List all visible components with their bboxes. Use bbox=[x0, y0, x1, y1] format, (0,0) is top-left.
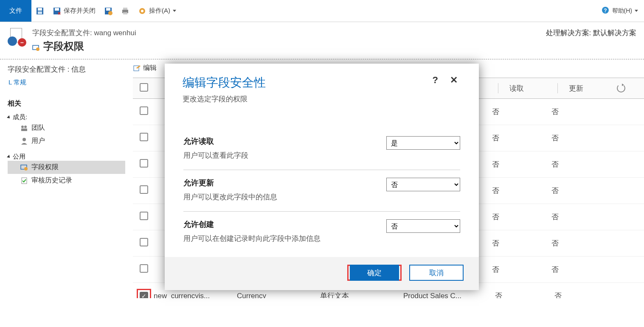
permission-row: 允许读取用户可以查看此字段是否 bbox=[183, 129, 460, 170]
perm-select[interactable]: 是否 bbox=[386, 219, 460, 233]
checkbox-icon[interactable] bbox=[140, 185, 148, 194]
print-button[interactable] bbox=[117, 0, 134, 22]
help-label: 帮助(H) bbox=[612, 7, 632, 15]
cell-update: 否 bbox=[540, 212, 596, 222]
file-menu[interactable]: 文件 bbox=[0, 0, 31, 22]
sidebar-item-field-perm[interactable]: 字段权限 bbox=[8, 161, 125, 174]
perm-desc: 用户可以查看此字段 bbox=[183, 151, 386, 160]
perm-label: 允许创建 bbox=[183, 219, 386, 229]
cell-read: 否 bbox=[481, 238, 540, 248]
ok-button[interactable]: 确定 bbox=[350, 265, 399, 281]
row-checkbox-cell[interactable] bbox=[140, 106, 148, 117]
save-button[interactable] bbox=[31, 0, 48, 22]
dialog-close-button[interactable]: ✕ bbox=[444, 75, 464, 86]
checkbox-icon[interactable] bbox=[140, 292, 148, 299]
save-close-button[interactable]: 保存并关闭 bbox=[48, 0, 100, 22]
cell-read: 否 bbox=[481, 265, 540, 274]
cell-update: 否 bbox=[540, 265, 596, 274]
checkbox-icon[interactable] bbox=[140, 106, 148, 115]
refresh-icon bbox=[617, 84, 625, 92]
svg-rect-6 bbox=[106, 8, 110, 11]
checkbox-icon[interactable] bbox=[140, 133, 148, 141]
cell-update: 否 bbox=[540, 107, 596, 117]
sidebar-general-link[interactable]: L 常规 bbox=[8, 78, 125, 91]
header-subtitle: 字段安全配置文件: wang wenhui bbox=[32, 28, 136, 38]
cell-read: 否 bbox=[481, 186, 540, 196]
svg-rect-19 bbox=[21, 129, 27, 131]
svg-point-20 bbox=[22, 138, 26, 141]
edit-field-security-dialog: 编辑字段安全性 更改选定字段的权限 ? ✕ 允许读取用户可以查看此字段是否允许更… bbox=[165, 64, 479, 290]
svg-text:?: ? bbox=[604, 8, 607, 14]
page-title: 字段权限 bbox=[32, 39, 136, 53]
sidebar-related-section: 相关 bbox=[8, 99, 125, 108]
cell-update: 否 bbox=[543, 291, 599, 298]
cell-type: 单行文本 bbox=[318, 291, 401, 298]
checkbox-icon[interactable] bbox=[140, 238, 148, 246]
permission-row: 允许更新用户可以更改此字段中的信息是否 bbox=[183, 170, 460, 212]
cell-read: 否 bbox=[481, 159, 540, 169]
toolbar: 文件 保存并关闭 操作(A) ? 帮助(H) bbox=[0, 0, 644, 22]
row-checkbox-cell[interactable] bbox=[140, 264, 148, 275]
sidebar-item-team[interactable]: 团队 bbox=[8, 121, 125, 134]
row-checkbox-cell[interactable] bbox=[140, 185, 148, 196]
row-checkbox-cell[interactable] bbox=[140, 212, 148, 222]
help-icon: ? bbox=[601, 6, 610, 16]
row-checkbox-cell[interactable] bbox=[140, 159, 148, 170]
cell-read: 否 bbox=[481, 133, 540, 143]
svg-point-7 bbox=[108, 11, 112, 15]
cell-display: Currency bbox=[234, 292, 318, 299]
sidebar-members-group[interactable]: 成员: bbox=[8, 113, 125, 121]
audit-icon bbox=[20, 177, 28, 184]
select-all-cell[interactable] bbox=[140, 83, 165, 94]
chevron-down-icon bbox=[173, 10, 176, 12]
print-icon bbox=[121, 7, 129, 15]
cell-name: new_currencyis... bbox=[151, 292, 234, 299]
svg-point-22 bbox=[24, 167, 28, 170]
ok-button-highlight: 确定 bbox=[347, 265, 402, 281]
perm-label: 允许读取 bbox=[183, 136, 386, 146]
checkbox-icon[interactable] bbox=[140, 159, 148, 168]
chevron-down-icon bbox=[635, 10, 638, 12]
sidebar-item-audit[interactable]: 审核历史记录 bbox=[8, 174, 125, 187]
checkbox-icon[interactable] bbox=[140, 264, 148, 273]
svg-rect-2 bbox=[38, 11, 42, 14]
col-read[interactable]: 读取 bbox=[498, 83, 557, 93]
sidebar-info-title: 字段安全配置文件 : 信息 bbox=[8, 64, 125, 74]
svg-rect-10 bbox=[123, 12, 127, 14]
refresh-button[interactable] bbox=[613, 84, 630, 92]
sidebar-common-group[interactable]: 公用 bbox=[8, 153, 125, 161]
svg-rect-1 bbox=[38, 8, 42, 11]
sidebar-field-perm-label: 字段权限 bbox=[31, 163, 59, 172]
save-icon bbox=[36, 7, 44, 15]
cancel-button[interactable]: 取消 bbox=[409, 265, 464, 281]
actions-menu[interactable]: 操作(A) bbox=[134, 0, 180, 22]
help-button[interactable]: ? 帮助(H) bbox=[595, 6, 644, 16]
checkbox-icon[interactable] bbox=[140, 212, 148, 220]
checkbox-icon[interactable] bbox=[140, 83, 148, 92]
dialog-help-button[interactable]: ? bbox=[427, 75, 444, 86]
cell-update: 否 bbox=[540, 133, 596, 143]
svg-rect-9 bbox=[123, 8, 127, 10]
row-checkbox-cell[interactable] bbox=[137, 289, 151, 299]
perm-label: 允许更新 bbox=[183, 178, 386, 188]
row-checkbox-cell[interactable] bbox=[140, 133, 148, 143]
cell-read: 否 bbox=[481, 212, 540, 222]
sidebar-item-users[interactable]: 用户 bbox=[8, 134, 125, 148]
svg-rect-4 bbox=[55, 8, 59, 11]
perm-select[interactable]: 是否 bbox=[386, 178, 460, 191]
solution-label: 处理解决方案: 默认解决方案 bbox=[546, 28, 636, 38]
svg-rect-24 bbox=[134, 66, 139, 71]
edit-icon bbox=[133, 64, 141, 72]
gear-icon bbox=[138, 7, 146, 15]
entity-icon: – bbox=[8, 28, 26, 47]
save-new-icon bbox=[104, 7, 112, 15]
col-update[interactable]: 更新 bbox=[557, 83, 613, 93]
user-icon bbox=[20, 137, 28, 145]
key-icon bbox=[32, 42, 40, 50]
cell-update: 否 bbox=[540, 186, 596, 196]
save-close-icon bbox=[53, 7, 61, 15]
perm-select[interactable]: 是否 bbox=[386, 136, 460, 150]
row-checkbox-cell[interactable] bbox=[140, 238, 148, 249]
cell-read: 否 bbox=[484, 291, 543, 298]
save-new-button[interactable] bbox=[100, 0, 117, 22]
